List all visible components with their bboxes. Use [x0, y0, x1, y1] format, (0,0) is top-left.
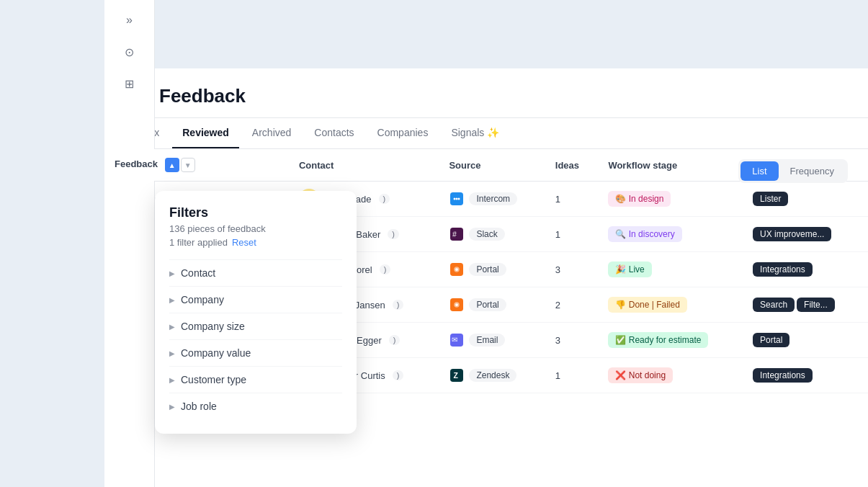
- col-feedback: Feedback ▲ ▼: [104, 149, 289, 182]
- workflow-cell: ✅ Ready for estimate: [598, 323, 743, 358]
- ideas-count: 2: [555, 300, 560, 310]
- svg-point-4: [456, 198, 458, 200]
- signals-sparkle-icon: ✨: [487, 127, 499, 138]
- source-name: Email: [469, 334, 505, 347]
- tab-archived[interactable]: Archived: [242, 118, 301, 148]
- filter-chevron-icon: ▶: [169, 349, 175, 357]
- filter-item-job-role[interactable]: ▶ Job role: [169, 393, 342, 419]
- page-title: Feedback: [159, 85, 246, 107]
- workflow-badge: 👎 Done | Failed: [608, 297, 687, 313]
- workflow-badge: ✅ Ready for estimate: [608, 332, 708, 348]
- col-contact: Contact: [289, 149, 439, 182]
- filter-chevron-icon: ▶: [169, 403, 175, 411]
- filter-label: Customer type: [181, 374, 246, 385]
- tag-item: Search: [753, 298, 795, 312]
- filter-chevron-icon: ▶: [169, 323, 175, 331]
- workflow-badge: 🔍 In discovery: [608, 226, 681, 242]
- contact-tag: ): [388, 229, 399, 239]
- svg-text:Z: Z: [454, 371, 459, 380]
- filters-applied: 1 filter applied Reset: [169, 237, 342, 248]
- filter-item-customer-type[interactable]: ▶ Customer type: [169, 366, 342, 393]
- contact-tag: ): [393, 300, 404, 310]
- workflow-badge: ❌ Not doing: [608, 367, 673, 383]
- col-workflow: Workflow stage: [598, 149, 743, 182]
- svg-text:✉: ✉: [452, 336, 458, 344]
- ideas-cell: 1: [545, 217, 599, 252]
- reset-filters-btn[interactable]: Reset: [232, 237, 256, 248]
- workflow-cell: 🎉 Live: [598, 252, 743, 287]
- tag-item: Integrations: [753, 262, 813, 277]
- tags-cell: SearchFilte...: [743, 287, 868, 323]
- frequency-view-btn[interactable]: Frequency: [779, 161, 846, 181]
- filter-item-contact[interactable]: ▶ Contact: [169, 259, 342, 286]
- filters-count: 136 pieces of feedback: [169, 223, 342, 234]
- source-icon: #: [449, 226, 465, 242]
- svg-point-10: [456, 268, 459, 271]
- filter-items-list: ▶ Contact ▶ Company ▶ Company size ▶ Com…: [169, 259, 342, 419]
- tag-item: Portal: [753, 333, 789, 347]
- svg-text:#: #: [452, 230, 457, 238]
- filter-label: Company size: [181, 321, 245, 332]
- tab-contacts[interactable]: Contacts: [304, 118, 364, 148]
- source-cell: Portal: [439, 252, 545, 287]
- filter-label: Contact: [181, 267, 215, 279]
- filter-label: Job role: [181, 401, 217, 412]
- tag-item: Filte...: [797, 298, 835, 312]
- sort-icons[interactable]: ▲ ▼: [165, 158, 195, 172]
- filters-title: Filters: [169, 205, 342, 220]
- filter-chevron-icon: ▶: [169, 269, 175, 277]
- tag-item: UX improveme...: [753, 227, 831, 241]
- tab-companies[interactable]: Companies: [367, 118, 439, 148]
- filter-chevron-icon: ▶: [169, 376, 175, 384]
- ideas-count: 3: [555, 264, 560, 275]
- ideas-cell: 3: [545, 323, 599, 358]
- svg-point-3: [454, 198, 456, 200]
- source-name: Portal: [469, 298, 506, 311]
- source-name: Zendesk: [469, 369, 516, 382]
- source-icon: [449, 262, 465, 277]
- filter-item-company-size[interactable]: ▶ Company size: [169, 313, 342, 339]
- tags-cell: Integrations: [743, 358, 868, 393]
- workflow-cell: ❌ Not doing: [598, 358, 743, 393]
- ideas-count: 3: [555, 335, 560, 346]
- tag-item: Integrations: [753, 368, 813, 383]
- view-toggle: List Frequency: [738, 159, 848, 183]
- content-area: List Frequency Feedback ▲ ▼ Contact: [104, 149, 868, 487]
- contact-tag: ): [393, 370, 404, 380]
- sort-up-icon[interactable]: ▲: [165, 158, 179, 172]
- ideas-cell: 1: [545, 182, 599, 217]
- tab-signals[interactable]: Signals ✨: [441, 118, 509, 148]
- svg-point-5: [458, 198, 460, 200]
- source-cell: # Slack: [439, 217, 545, 252]
- main-content: Feedback Inbox Reviewed Archived Contact…: [104, 68, 868, 487]
- source-cell: Intercom: [439, 182, 545, 217]
- source-name: Slack: [469, 228, 504, 241]
- sidebar-collapse-btn[interactable]: »: [117, 7, 143, 33]
- filters-panel: Filters 136 pieces of feedback 1 filter …: [155, 191, 357, 434]
- col-source: Source: [439, 149, 545, 182]
- source-icon: [449, 297, 465, 313]
- ideas-count: 1: [555, 194, 560, 205]
- source-cell: Z Zendesk: [439, 358, 545, 393]
- source-name: Intercom: [469, 192, 517, 205]
- source-cell: Portal: [439, 287, 545, 323]
- ideas-cell: 1: [545, 358, 599, 393]
- sidebar-dashboard-icon[interactable]: ⊙: [117, 39, 143, 65]
- workflow-badge: 🎨 In design: [608, 191, 671, 207]
- list-view-btn[interactable]: List: [741, 161, 778, 181]
- source-icon: ✉: [449, 332, 465, 348]
- sidebar-grid-icon[interactable]: ⊞: [117, 71, 143, 97]
- sort-down-icon[interactable]: ▼: [181, 158, 195, 172]
- workflow-badge: 🎉 Live: [608, 262, 651, 277]
- tags-cell: Lister: [743, 182, 868, 217]
- tab-reviewed[interactable]: Reviewed: [172, 118, 239, 148]
- ideas-count: 1: [555, 229, 560, 240]
- source-cell: ✉ Email: [439, 323, 545, 358]
- filter-item-company-value[interactable]: ▶ Company value: [169, 339, 342, 366]
- workflow-cell: 🎨 In design: [598, 182, 743, 217]
- tags-cell: Integrations: [743, 252, 868, 287]
- workflow-cell: 🔍 In discovery: [598, 217, 743, 252]
- filter-item-company[interactable]: ▶ Company: [169, 286, 342, 313]
- tags-cell: Portal: [743, 323, 868, 358]
- svg-point-13: [456, 303, 459, 306]
